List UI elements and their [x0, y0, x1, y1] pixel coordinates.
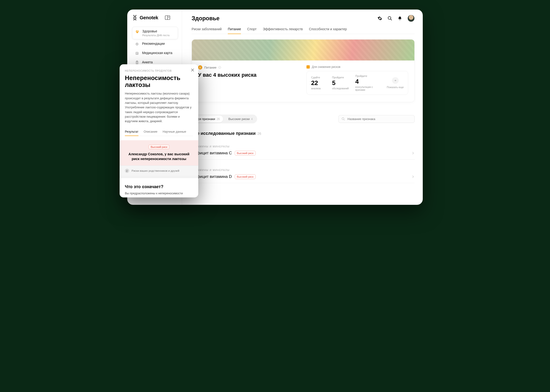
svg-rect-7 [136, 53, 137, 54]
result-row-vitc[interactable]: Дефицит витамина C Высокий риск [192, 148, 415, 160]
detail-title: Непереносимость лактозы [125, 75, 193, 88]
logo-icon [132, 15, 138, 21]
page-title: Здоровье [192, 15, 220, 22]
detail-tabs: Результат Описание Научные данные [125, 128, 193, 136]
book-icon[interactable] [165, 15, 170, 20]
main-content: Здоровье Риски заболеваний Питание Спорт… [182, 9, 423, 205]
sidebar-item-health[interactable]: Здоровье Результаты ДНК-теста [132, 27, 178, 39]
chevron-right-icon [411, 151, 415, 155]
svg-point-17 [126, 170, 127, 171]
svg-line-11 [391, 19, 392, 20]
meaning-body: Вы предрасположены к непереносимости [125, 192, 193, 195]
badge-icon [135, 42, 139, 46]
svg-point-13 [220, 67, 220, 67]
detail-tab-result[interactable]: Результат [125, 128, 138, 136]
detail-eyebrow: НЕПЕРЕНОСИМОСТЬ ПРОДУКТОВ [125, 70, 193, 72]
info-icon[interactable] [218, 66, 221, 69]
card-icon [135, 51, 139, 56]
brand: Genotek [132, 15, 178, 21]
sidebar-item-sub: Результаты ДНК-теста [142, 34, 169, 37]
meaning-section: Что это означает? Вы предрасположены к н… [125, 184, 193, 195]
close-icon[interactable] [190, 68, 195, 72]
detail-tab-science[interactable]: Научные данные [163, 128, 186, 136]
tab-diseases[interactable]: Риски заболеваний [192, 25, 222, 34]
hero-headline: У вас 4 высоких риска [198, 72, 297, 78]
svg-rect-8 [136, 61, 138, 64]
filter-row: Все признаки 26 Высокие риски 4 [192, 115, 415, 123]
gear-icon[interactable] [378, 16, 382, 21]
sidebar-item-medcard[interactable]: Медицинская карта [132, 49, 178, 58]
detail-tab-description[interactable]: Описание [144, 128, 157, 136]
tab-abilities[interactable]: Способности и характер [309, 25, 347, 34]
sidebar-item-recommendations[interactable]: Рекомендации [132, 39, 178, 49]
heart-icon [135, 29, 139, 34]
group-label: ВИТАМИНЫ И МИНЕРАЛЫ [192, 169, 415, 171]
stats-card: Сдайте 22 анализа Пройдите 5 обследовани… [307, 71, 408, 95]
section-title: Все исследованные признаки 26 [192, 131, 415, 136]
result-row-vitd[interactable]: Дефицит витамина D Высокий риск [192, 171, 415, 183]
search-icon[interactable] [387, 16, 392, 21]
relatives-row[interactable]: Риски ваших родственников и друзей [120, 166, 198, 176]
svg-rect-14 [220, 67, 220, 68]
hero-image [192, 40, 414, 61]
risk-badge: Высокий риск [149, 145, 169, 149]
sidebar-item-label: Анкета [142, 60, 153, 64]
topbar: Здоровье [192, 15, 415, 22]
group-label: ВИТАМИНЫ И МИНЕРАЛЫ [192, 145, 415, 148]
hero-category-label: Питание [204, 66, 216, 69]
divider-strip [120, 176, 198, 178]
sidebar-item-label: Рекомендации [142, 42, 165, 45]
nutrition-dot-icon [198, 65, 202, 70]
search-input[interactable] [347, 117, 412, 121]
tabs: Риски заболеваний Питание Спорт Эффектив… [192, 25, 415, 34]
stat-consults: Пройдите 4 консультации с врачами [355, 75, 377, 91]
sidebar-item-label: Медицинская карта [142, 51, 172, 55]
meaning-title: Что это означает? [125, 184, 193, 189]
svg-line-16 [344, 119, 345, 120]
hero-card: Питание У вас 4 высоких риска Для снижен… [192, 39, 415, 102]
svg-rect-6 [136, 53, 138, 53]
search-icon [342, 117, 345, 121]
avatar[interactable] [407, 15, 415, 22]
arrow-right-icon [392, 77, 399, 84]
detail-card: НЕПЕРЕНОСИМОСТЬ ПРОДУКТОВ Непереносимост… [120, 64, 198, 197]
tab-drugs[interactable]: Эффективность лекарств [263, 25, 303, 34]
show-more-button[interactable]: Показать еще [387, 77, 404, 89]
detail-description: Непереносимость лактозы (молочного сахар… [125, 91, 193, 124]
people-icon [125, 169, 129, 173]
tab-nutrition[interactable]: Питание [228, 25, 241, 34]
hero-category: Питание [198, 65, 297, 70]
sidebar-item-label: Здоровье [142, 29, 169, 33]
brand-name: Genotek [140, 15, 158, 21]
chip-high-risks[interactable]: Высокие риски 4 [225, 116, 256, 122]
risk-badge: Высокий риск [235, 151, 256, 155]
reduce-risks-icon [307, 65, 310, 69]
search-field[interactable] [338, 115, 415, 123]
stat-exams: Пройдите 5 обследований [332, 76, 349, 90]
bell-icon[interactable] [398, 16, 402, 21]
risk-message: Александр Соколов, у вас высокий риск не… [125, 152, 193, 161]
topbar-actions [378, 15, 415, 22]
chevron-right-icon [411, 175, 415, 178]
tab-sport[interactable]: Спорт [247, 25, 257, 34]
stat-tests: Сдайте 22 анализа [311, 76, 325, 90]
svg-point-18 [127, 170, 128, 171]
risk-badge: Высокий риск [235, 174, 256, 179]
reduce-risks-label: Для снижения рисков [307, 65, 408, 69]
svg-rect-9 [136, 61, 138, 62]
chipset: Все признаки 26 Высокие риски 4 [192, 115, 257, 123]
result-block: Высокий риск Александр Соколов, у вас вы… [120, 140, 198, 166]
